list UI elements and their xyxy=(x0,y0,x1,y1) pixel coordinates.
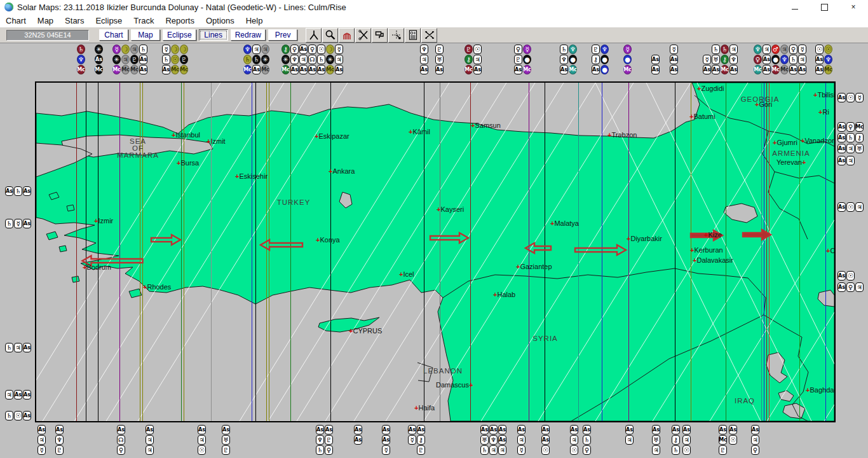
glyph-badge: ♃ xyxy=(652,445,660,455)
svg-text:IRAQ: IRAQ xyxy=(735,397,755,405)
glyph-badge: As xyxy=(560,65,568,74)
glyph-badge: ♇ xyxy=(130,55,139,64)
glyph-badge: As xyxy=(23,343,31,352)
svg-text:+Icel: +Icel xyxy=(399,270,414,278)
glyph-badge: ☉ xyxy=(815,45,824,54)
glyph-badge: As xyxy=(837,271,846,281)
svg-text:ARMENIA: ARMENIA xyxy=(772,149,810,157)
glyph-badge: Mc xyxy=(95,65,103,74)
glyph-badge: ☽ xyxy=(180,45,188,54)
glyph-badge: As xyxy=(354,435,362,445)
menu-item-stars[interactable]: Stars xyxy=(59,15,90,27)
menu-item-reports[interactable]: Reports xyxy=(159,15,200,27)
svg-text:+Bursa: +Bursa xyxy=(177,159,200,167)
glyph-badge: ♀ xyxy=(514,45,522,54)
glyph-badge: ♀ xyxy=(789,45,797,54)
glyph-badge: Mc xyxy=(261,65,269,74)
glyph-badge: Mc xyxy=(721,65,729,74)
menu-item-chart[interactable]: Chart xyxy=(0,15,32,27)
menu-item-eclipse[interactable]: Eclipse xyxy=(90,15,128,27)
glyph-badge: ♃ xyxy=(14,343,22,352)
glyph-badge: Mc xyxy=(281,65,290,74)
scissors-tool-icon[interactable] xyxy=(355,28,371,43)
lines-button[interactable]: Lines xyxy=(199,29,228,41)
glyph-badge: ♃ xyxy=(252,45,261,54)
glyph-badge: ♃ xyxy=(473,55,482,64)
glyph-badge: ☉ xyxy=(473,45,482,54)
glyph-badge: As xyxy=(198,425,206,434)
glyph-badge: As xyxy=(837,122,846,132)
glyph-badge: ● xyxy=(600,65,609,74)
glyph-badge: ⚷ xyxy=(281,45,290,54)
glyph-badge: ♂ xyxy=(771,45,780,54)
map-button[interactable]: Map xyxy=(131,29,160,41)
glyph-badge: ● xyxy=(771,55,780,64)
glyph-badge: ♇ xyxy=(592,45,600,54)
glyph-badge: ♆ xyxy=(489,435,498,445)
glyph-badge: ☿ xyxy=(382,445,390,455)
glyph-badge: As xyxy=(117,425,125,434)
redraw-button[interactable]: Redraw xyxy=(231,29,266,41)
window-title: Solar Maps: 23.11.2018 Ikizler Burcunda … xyxy=(17,3,346,12)
glyph-badge: As xyxy=(837,282,846,292)
glyph-badge: ♃ xyxy=(846,144,855,153)
menu-item-map[interactable]: Map xyxy=(32,15,59,27)
glyph-badge: ♇ xyxy=(325,435,333,445)
glyph-badge: ☿ xyxy=(112,45,121,54)
glyph-badge: ♇ xyxy=(222,445,230,455)
glyph-badge: ☿ xyxy=(517,445,526,455)
glyph-badge: As xyxy=(517,425,526,434)
glyph-badge: ♄ xyxy=(139,45,147,54)
glyph-badge: ♄ xyxy=(672,445,680,455)
maximize-button[interactable] xyxy=(810,0,839,14)
zoom-tool-icon[interactable] xyxy=(322,28,338,43)
glyph-badge: As xyxy=(299,65,308,74)
glyph-badge: ♄ xyxy=(162,55,170,64)
roller-tool-icon[interactable] xyxy=(372,28,388,43)
glyph-badge: ☿ xyxy=(670,45,678,54)
divider-tool-icon[interactable] xyxy=(306,28,322,43)
close-button[interactable]: × xyxy=(839,0,868,14)
glyph-badge: As xyxy=(382,435,390,445)
glyph-badge: As xyxy=(473,65,482,74)
glyph-badge: ♀ xyxy=(751,445,759,455)
glyph-badge: As xyxy=(815,65,824,74)
glyph-badge: As xyxy=(14,390,22,399)
eclipse-button[interactable]: Eclipse xyxy=(163,29,196,41)
glyph-badge: ♀ xyxy=(290,45,299,54)
glyph-badge: ♀ xyxy=(846,122,855,132)
prev-button[interactable]: Prev xyxy=(268,29,297,41)
glyph-badge: ☿ xyxy=(523,45,531,54)
glyph-badge: ♃ xyxy=(5,390,13,399)
glyph-badge: As xyxy=(541,435,550,445)
glyph-badge: As xyxy=(670,65,678,74)
svg-text:+Izmir: +Izmir xyxy=(94,217,114,225)
move-point-tool-icon[interactable] xyxy=(388,28,404,43)
glyph-badge: ♀ xyxy=(754,55,762,64)
glyph-badge: ♃ xyxy=(130,45,139,54)
glyph-badge: As xyxy=(317,65,325,74)
glyph-badge: As xyxy=(23,219,31,228)
glyph-badge: ☿ xyxy=(162,45,170,54)
astro-lines-tool-icon[interactable] xyxy=(421,28,437,43)
glyph-badge: As xyxy=(139,65,147,74)
minimize-button[interactable] xyxy=(780,0,810,14)
glyph-badge: ♄ xyxy=(789,55,797,64)
glyph-badge: Mc xyxy=(130,65,139,74)
menu-item-help[interactable]: Help xyxy=(240,15,269,27)
report-tool-icon[interactable] xyxy=(405,28,421,43)
glyph-badge: As xyxy=(583,425,591,434)
glyph-badge: ♄ xyxy=(721,45,729,54)
glyph-badge: ♇ xyxy=(417,445,425,455)
glyph-badge: ☽ xyxy=(326,45,334,54)
svg-text:+Kerburan: +Kerburan xyxy=(690,246,723,254)
glyph-badge: ☿ xyxy=(37,445,46,455)
menu-item-track[interactable]: Track xyxy=(128,15,159,27)
menu-item-options[interactable]: Options xyxy=(200,15,240,27)
glyph-badge: ☉ xyxy=(682,445,691,455)
chart-button[interactable]: Chart xyxy=(99,29,128,41)
glyph-badge: ♄ xyxy=(14,186,22,196)
map-canvas[interactable]: +Istanbul+Izmit+Bursa+Eskisehir+Eskipaza… xyxy=(35,81,836,422)
svg-text:+Halab: +Halab xyxy=(493,291,515,298)
pan-hand-tool-icon[interactable] xyxy=(339,28,355,43)
